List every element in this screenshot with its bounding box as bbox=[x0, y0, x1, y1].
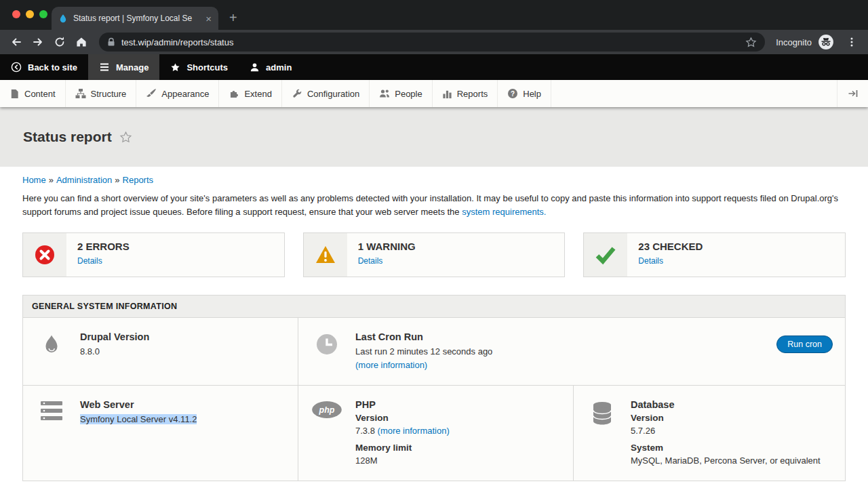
manage-menu-item[interactable]: Manage bbox=[88, 54, 159, 80]
svg-text:php: php bbox=[319, 405, 335, 415]
paintbrush-icon bbox=[146, 88, 157, 99]
bookmark-star-icon[interactable] bbox=[745, 37, 757, 48]
reload-button[interactable] bbox=[50, 33, 69, 52]
intro-paragraph: Here you can find a short overview of yo… bbox=[22, 192, 846, 219]
person-icon bbox=[250, 62, 260, 73]
question-icon: ? bbox=[507, 88, 518, 99]
system-info-row-1: Drupal Version 8.8.0 Last Cron Run Last … bbox=[23, 318, 845, 385]
user-label: admin bbox=[266, 62, 292, 73]
menu-item-label: People bbox=[395, 89, 422, 99]
menu-item-reports[interactable]: Reports bbox=[433, 80, 498, 107]
incognito-label: Incognito bbox=[776, 37, 812, 47]
breadcrumb-link-home[interactable]: Home bbox=[22, 175, 46, 185]
back-to-site-label: Back to site bbox=[28, 62, 77, 73]
back-to-site-icon bbox=[11, 62, 22, 73]
browser-window: Status report | Symfony Local Se × + tes… bbox=[0, 0, 868, 488]
drupal-favicon-icon bbox=[58, 14, 68, 23]
warnings-details-link[interactable]: Details bbox=[358, 256, 383, 266]
database-version-value: 5.7.26 bbox=[631, 424, 821, 438]
main-content: Home»Administration»Reports Here you can… bbox=[0, 167, 868, 481]
drupal-drop-icon bbox=[35, 331, 68, 357]
warnings-card: 1 WARNING Details bbox=[303, 232, 566, 277]
browser-menu-kebab-icon[interactable] bbox=[842, 33, 861, 52]
menu-item-content[interactable]: Content bbox=[0, 80, 66, 107]
breadcrumb-separator: » bbox=[49, 175, 54, 185]
cron-last-run-value: Last run 2 minutes 12 seconds ago bbox=[355, 345, 492, 359]
cell-title: Drupal Version bbox=[80, 331, 149, 342]
favorite-star-icon[interactable] bbox=[119, 131, 132, 144]
browser-toolbar: test.wip/admin/reports/status Incognito bbox=[0, 30, 868, 54]
toolbar-orientation-toggle[interactable] bbox=[837, 80, 868, 107]
cell-title: Last Cron Run bbox=[355, 331, 492, 342]
menu-item-extend[interactable]: Extend bbox=[219, 80, 281, 107]
database-icon bbox=[586, 399, 618, 426]
browser-tab[interactable]: Status report | Symfony Local Se × bbox=[52, 7, 218, 30]
cell-title: Database bbox=[631, 399, 821, 410]
tab-close-icon[interactable]: × bbox=[205, 14, 212, 24]
menu-item-label: Extend bbox=[244, 89, 271, 99]
checked-details-link[interactable]: Details bbox=[638, 256, 663, 266]
breadcrumb-link-administration[interactable]: Administration bbox=[56, 175, 112, 185]
cron-cell: Last Cron Run Last run 2 minutes 12 seco… bbox=[298, 318, 845, 385]
minimize-window-button[interactable] bbox=[26, 10, 34, 18]
run-cron-button[interactable]: Run cron bbox=[776, 336, 833, 353]
shortcuts-menu-item[interactable]: Shortcuts bbox=[159, 54, 239, 80]
window-controls bbox=[12, 10, 47, 18]
new-tab-button[interactable]: + bbox=[229, 11, 237, 24]
user-menu-item[interactable]: admin bbox=[239, 54, 302, 80]
menu-item-label: Content bbox=[24, 89, 56, 99]
system-info-row-2: Web Server Symfony Local Server v4.11.2 … bbox=[23, 385, 845, 481]
close-window-button[interactable] bbox=[12, 10, 20, 18]
php-more-info-link[interactable]: (more information) bbox=[378, 426, 450, 436]
error-icon bbox=[23, 233, 66, 277]
forward-button[interactable] bbox=[28, 33, 47, 52]
menu-item-configuration[interactable]: Configuration bbox=[282, 80, 370, 107]
url-text[interactable]: test.wip/admin/reports/status bbox=[121, 37, 739, 47]
star-icon bbox=[170, 62, 180, 73]
fullscreen-window-button[interactable] bbox=[39, 10, 47, 18]
php-cell: php PHP Version 7.3.8 (more information)… bbox=[298, 386, 574, 481]
menu-bar-spacer bbox=[551, 80, 837, 107]
people-icon bbox=[379, 88, 390, 99]
file-icon bbox=[9, 89, 20, 99]
system-info-heading: GENERAL SYSTEM INFORMATION bbox=[23, 296, 845, 318]
cell-title: Web Server bbox=[80, 399, 197, 410]
php-memory-value: 128M bbox=[355, 454, 450, 468]
drupal-version-value: 8.8.0 bbox=[80, 345, 149, 359]
checked-card: 23 CHECKED Details bbox=[583, 232, 846, 277]
blocks-icon bbox=[75, 88, 86, 99]
breadcrumb-link-reports[interactable]: Reports bbox=[123, 175, 154, 185]
menu-item-structure[interactable]: Structure bbox=[66, 80, 137, 107]
bar-chart-icon bbox=[442, 89, 452, 99]
errors-details-link[interactable]: Details bbox=[77, 256, 102, 266]
database-system-label: System bbox=[631, 443, 821, 453]
back-to-site-link[interactable]: Back to site bbox=[0, 54, 88, 80]
address-bar[interactable]: test.wip/admin/reports/status bbox=[99, 33, 765, 52]
system-info-panel: GENERAL SYSTEM INFORMATION Drupal Versio… bbox=[22, 295, 846, 481]
incognito-icon bbox=[818, 34, 834, 50]
menu-item-label: Help bbox=[523, 89, 541, 99]
hamburger-icon bbox=[99, 62, 110, 73]
checked-count: 23 CHECKED bbox=[638, 241, 703, 252]
php-memory-label: Memory limit bbox=[355, 443, 450, 453]
back-button[interactable] bbox=[7, 33, 26, 52]
warnings-count: 1 WARNING bbox=[358, 241, 416, 252]
home-button[interactable] bbox=[72, 33, 91, 52]
menu-item-label: Configuration bbox=[307, 89, 359, 99]
incognito-indicator: Incognito bbox=[776, 34, 834, 50]
cell-title: PHP bbox=[355, 399, 450, 410]
shortcuts-label: Shortcuts bbox=[186, 62, 228, 73]
cron-more-info-link[interactable]: (more information) bbox=[355, 360, 427, 370]
warning-icon bbox=[304, 233, 347, 277]
tab-strip: Status report | Symfony Local Se × + bbox=[0, 0, 868, 30]
puzzle-icon bbox=[229, 88, 239, 99]
database-cell: Database Version 5.7.26 System MySQL, Ma… bbox=[574, 386, 845, 481]
system-requirements-link[interactable]: system requirements. bbox=[462, 207, 546, 217]
status-summary-cards: 2 ERRORS Details 1 WARNING Details bbox=[22, 232, 846, 277]
menu-item-people[interactable]: People bbox=[370, 80, 432, 107]
errors-count: 2 ERRORS bbox=[77, 241, 130, 252]
menu-item-help[interactable]: ? Help bbox=[498, 80, 551, 107]
lock-icon bbox=[107, 37, 115, 47]
database-version-label: Version bbox=[631, 413, 821, 423]
menu-item-appearance[interactable]: Appearance bbox=[136, 80, 219, 107]
